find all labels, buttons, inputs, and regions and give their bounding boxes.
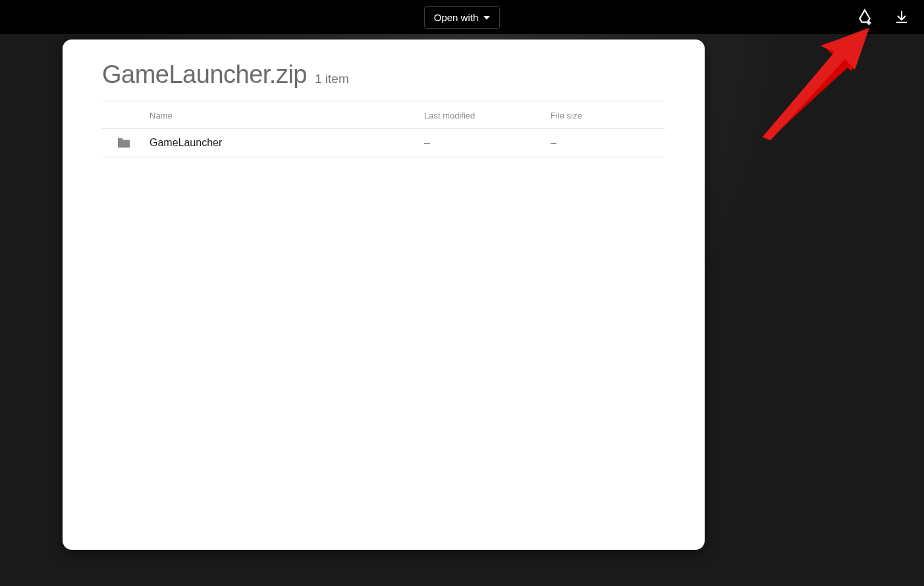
row-icon-cell	[102, 137, 149, 149]
open-with-button[interactable]: Open with	[424, 6, 501, 29]
file-table: Name Last modified File size GameLaunche…	[102, 101, 665, 157]
add-to-drive-button[interactable]	[856, 8, 874, 26]
column-header-modified: Last modified	[424, 111, 551, 120]
column-icon-spacer	[102, 111, 149, 120]
top-toolbar: Open with	[0, 0, 924, 34]
item-count-label: 1 item	[315, 72, 349, 86]
table-header-row: Name Last modified File size	[102, 101, 665, 129]
row-name: GameLauncher	[149, 137, 424, 149]
table-row[interactable]: GameLauncher – –	[102, 129, 665, 157]
download-icon	[894, 9, 910, 25]
archive-preview-card: GameLauncher.zip 1 item Name Last modifi…	[63, 40, 705, 550]
row-modified: –	[424, 137, 551, 149]
download-button[interactable]	[892, 8, 911, 26]
open-with-label: Open with	[434, 12, 479, 23]
dropdown-caret-icon	[483, 16, 490, 20]
column-header-name: Name	[149, 111, 424, 120]
archive-filename: GameLauncher.zip	[102, 61, 307, 89]
drive-add-icon	[856, 9, 873, 26]
folder-icon	[117, 137, 131, 149]
column-header-size: File size	[551, 111, 665, 120]
row-size: –	[551, 137, 665, 149]
card-header: GameLauncher.zip 1 item	[63, 55, 705, 101]
toolbar-actions	[856, 8, 911, 26]
